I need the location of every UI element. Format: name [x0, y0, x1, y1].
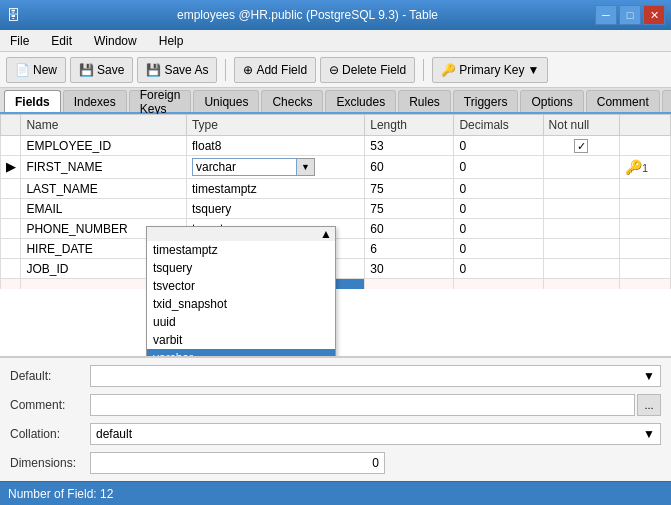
- add-field-icon: ⊕: [243, 63, 253, 77]
- tab-options[interactable]: Options: [520, 90, 583, 112]
- field-length[interactable]: 60: [365, 219, 454, 239]
- col-header-name[interactable]: Name: [21, 115, 187, 136]
- save-button[interactable]: 💾 Save: [70, 57, 133, 83]
- row-indicator: [1, 259, 21, 279]
- tab-foreign-keys[interactable]: Foreign Keys: [129, 90, 192, 112]
- maximize-button[interactable]: □: [619, 5, 641, 25]
- field-decimals[interactable]: 0: [454, 239, 543, 259]
- dropdown-item-varbit[interactable]: varbit: [147, 331, 335, 349]
- tab-rules[interactable]: Rules: [398, 90, 451, 112]
- col-header-length[interactable]: Length: [365, 115, 454, 136]
- field-extra: [620, 279, 671, 290]
- dimensions-input[interactable]: [90, 452, 385, 474]
- field-extra: [620, 199, 671, 219]
- comment-input[interactable]: [90, 394, 635, 416]
- new-button[interactable]: 📄 New: [6, 57, 66, 83]
- table-row[interactable]: EMPLOYEE_ID float8 53 0 ✓: [1, 136, 671, 156]
- comment-button[interactable]: ...: [637, 394, 661, 416]
- close-button[interactable]: ✕: [643, 5, 665, 25]
- collation-label: Collation:: [10, 427, 90, 441]
- tab-sql-preview[interactable]: SQL Preview: [662, 90, 671, 112]
- field-notnull[interactable]: [543, 219, 619, 239]
- field-extra: 🔑1: [620, 156, 671, 179]
- row-indicator: [1, 179, 21, 199]
- field-notnull[interactable]: [543, 259, 619, 279]
- field-notnull[interactable]: ✓: [543, 136, 619, 156]
- field-extra: [620, 136, 671, 156]
- type-dropdown-btn[interactable]: ▼: [297, 158, 315, 176]
- table-row[interactable]: EMAIL tsquery 75 0: [1, 199, 671, 219]
- table-row[interactable]: LAST_NAME timestamptz 75 0 ✓: [1, 179, 671, 199]
- table-row[interactable]: ▶ FIRST_NAME ▼ 60 0 ✓ 🔑1: [1, 156, 671, 179]
- field-decimals[interactable]: [454, 279, 543, 290]
- tab-comment[interactable]: Comment: [586, 90, 660, 112]
- field-name[interactable]: LAST_NAME: [21, 179, 187, 199]
- field-notnull[interactable]: ✓: [543, 179, 619, 199]
- field-notnull[interactable]: [543, 279, 619, 290]
- dropdown-item-tsquery[interactable]: tsquery: [147, 259, 335, 277]
- dimensions-label: Dimensions:: [10, 456, 90, 470]
- row-indicator: [1, 219, 21, 239]
- tab-triggers[interactable]: Triggers: [453, 90, 519, 112]
- tab-excludes[interactable]: Excludes: [325, 90, 396, 112]
- field-length[interactable]: 75: [365, 199, 454, 219]
- bottom-form: Default: ▼ Comment: ... Collation: defau…: [0, 357, 671, 481]
- tab-checks[interactable]: Checks: [261, 90, 323, 112]
- dropdown-item-timestamptz[interactable]: timestamptz: [147, 241, 335, 259]
- field-name[interactable]: FIRST_NAME: [21, 156, 187, 179]
- col-header-extra: [620, 115, 671, 136]
- field-decimals[interactable]: 0: [454, 219, 543, 239]
- collation-select[interactable]: default ▼: [90, 423, 661, 445]
- collation-value: default: [96, 427, 132, 441]
- field-decimals[interactable]: 0: [454, 259, 543, 279]
- tab-indexes[interactable]: Indexes: [63, 90, 127, 112]
- comment-label: Comment:: [10, 398, 90, 412]
- field-decimals[interactable]: 0: [454, 179, 543, 199]
- tab-fields[interactable]: Fields: [4, 90, 61, 112]
- field-length[interactable]: [365, 279, 454, 290]
- type-input[interactable]: [192, 158, 297, 176]
- delete-field-button[interactable]: ⊖ Delete Field: [320, 57, 415, 83]
- col-header-decimals[interactable]: Decimals: [454, 115, 543, 136]
- menu-window[interactable]: Window: [88, 32, 143, 50]
- dropdown-item-txid-snapshot[interactable]: txid_snapshot: [147, 295, 335, 313]
- field-length[interactable]: 6: [365, 239, 454, 259]
- main-content: Name Type Length Decimals Not null EMPLO…: [0, 114, 671, 481]
- dropdown-item-varchar[interactable]: varchar: [147, 349, 335, 357]
- primary-key-arrow: ▼: [527, 63, 539, 77]
- dropdown-item-uuid[interactable]: uuid: [147, 313, 335, 331]
- menu-file[interactable]: File: [4, 32, 35, 50]
- minimize-button[interactable]: ─: [595, 5, 617, 25]
- menu-help[interactable]: Help: [153, 32, 190, 50]
- default-arrow-icon: ▼: [643, 369, 655, 383]
- dropdown-scroll-up[interactable]: ▲: [147, 227, 335, 241]
- col-header-indicator: [1, 115, 21, 136]
- field-notnull[interactable]: ✓: [543, 156, 619, 179]
- field-decimals[interactable]: 0: [454, 156, 543, 179]
- field-type-editing[interactable]: ▼: [186, 156, 364, 179]
- add-field-button[interactable]: ⊕ Add Field: [234, 57, 316, 83]
- toolbar: 📄 New 💾 Save 💾 Save As ⊕ Add Field ⊖ Del…: [0, 52, 671, 88]
- default-select[interactable]: ▼: [90, 365, 661, 387]
- field-notnull[interactable]: [543, 199, 619, 219]
- menu-edit[interactable]: Edit: [45, 32, 78, 50]
- col-header-type[interactable]: Type: [186, 115, 364, 136]
- save-as-button[interactable]: 💾 Save As: [137, 57, 217, 83]
- primary-key-button[interactable]: 🔑 Primary Key ▼: [432, 57, 548, 83]
- dropdown-item-tsvector[interactable]: tsvector: [147, 277, 335, 295]
- field-decimals[interactable]: 0: [454, 136, 543, 156]
- tab-uniques[interactable]: Uniques: [193, 90, 259, 112]
- field-name[interactable]: EMPLOYEE_ID: [21, 136, 187, 156]
- field-type[interactable]: float8: [186, 136, 364, 156]
- field-type[interactable]: tsquery: [186, 199, 364, 219]
- key-icon: 🔑: [625, 159, 642, 175]
- field-length[interactable]: 75: [365, 179, 454, 199]
- field-name[interactable]: EMAIL: [21, 199, 187, 219]
- field-length[interactable]: 30: [365, 259, 454, 279]
- field-length[interactable]: 53: [365, 136, 454, 156]
- field-notnull[interactable]: [543, 239, 619, 259]
- field-type[interactable]: timestamptz: [186, 179, 364, 199]
- field-decimals[interactable]: 0: [454, 199, 543, 219]
- field-length[interactable]: 60: [365, 156, 454, 179]
- col-header-notnull[interactable]: Not null: [543, 115, 619, 136]
